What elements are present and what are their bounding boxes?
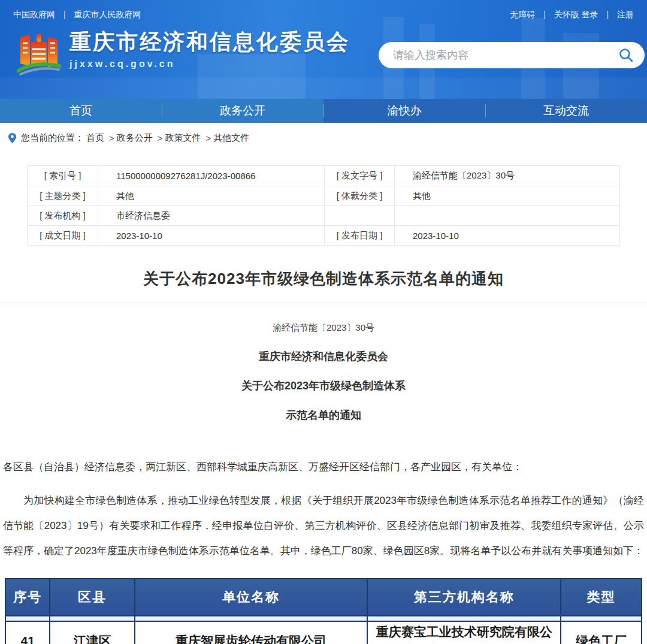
meta-label: [ 体裁分类 ]: [324, 186, 395, 205]
breadcrumb-label: 您当前的位置：: [21, 132, 84, 144]
column-header-type: 类型: [561, 579, 642, 616]
breadcrumb-item-policy-files[interactable]: 政策文件: [165, 132, 201, 144]
title-divider: [0, 303, 647, 303]
column-header-third-party: 第三方机构名称: [367, 579, 561, 616]
meta-value-written-date: 2023-10-10: [98, 225, 324, 245]
cell-type: 绿色工厂: [561, 621, 642, 644]
nav-item-home[interactable]: 首页: [0, 99, 162, 123]
link-care-mode-login[interactable]: 关怀版 登录: [554, 10, 598, 19]
doc-issuer-line: 重庆市经济和信息化委员会: [0, 349, 647, 364]
meta-value-doc-number: 渝经信节能〔2023〕30号: [395, 166, 619, 186]
page-title: 关于公布2023年市级绿色制造体系示范名单的通知: [0, 268, 647, 289]
topbar-separator: |: [543, 10, 546, 19]
topbar-left-links: 中国政府网 | 重庆市人民政府网: [13, 10, 141, 20]
meta-value-publish-date: 2023-10-10: [395, 225, 619, 245]
meta-value-issuing-agency: 市经济信息委: [98, 205, 324, 225]
search-input[interactable]: [393, 49, 618, 62]
cell-unit-name: 重庆智展齿轮传动有限公司: [135, 621, 368, 644]
breadcrumb-item-gov-affairs[interactable]: 政务公开: [117, 132, 153, 144]
meta-value-genre-category: 其他: [395, 186, 619, 205]
column-header-district: 区县: [50, 579, 134, 616]
table-gap-row: [5, 616, 642, 621]
nav-item-interaction[interactable]: 互动交流: [485, 99, 647, 123]
nav-item-gov-affairs[interactable]: 政务公开: [162, 99, 324, 123]
meta-label: [ 索引号 ]: [28, 166, 98, 186]
cell-serial: 41: [5, 621, 50, 644]
document-body: 各区县（自治县）经济信息委，两江新区、西部科学城重庆高新区、万盛经开区经信部门，…: [0, 459, 647, 564]
meta-value-subject-category: 其他: [98, 186, 324, 205]
cell-third-party: 重庆赛宝工业技术研究院有限公司: [367, 621, 561, 644]
doc-subtitle-line2: 示范名单的通知: [0, 408, 647, 422]
document-meta-table: [ 索引号 ] 11500000009276281J/2023-00866 [ …: [27, 165, 620, 246]
cell-district: 江津区: [50, 621, 134, 644]
link-china-gov[interactable]: 中国政府网: [13, 10, 55, 19]
location-pin-icon: [8, 133, 16, 143]
site-url: jjxxw.cq.gov.cn: [69, 59, 350, 69]
topbar-separator: |: [64, 10, 66, 19]
breadcrumb-separator: >: [158, 133, 163, 143]
meta-value-index-number: 11500000009276281J/2023-00866: [98, 166, 324, 186]
meta-label: [324, 205, 395, 225]
meta-label: [ 成文日期 ]: [28, 225, 98, 245]
link-chongqing-gov[interactable]: 重庆市人民政府网: [74, 10, 141, 19]
table-header-row: 序号 区县 单位名称 第三方机构名称 类型: [5, 579, 642, 616]
meta-label: [ 发文字号 ]: [324, 166, 395, 186]
doc-number-line: 渝经信节能〔2023〕30号: [0, 322, 647, 334]
search-icon[interactable]: [618, 47, 634, 63]
meta-label: [ 发布机构 ]: [28, 205, 98, 225]
column-header-serial: 序号: [5, 579, 50, 616]
table-row: 41 江津区 重庆智展齿轮传动有限公司 重庆赛宝工业技术研究院有限公司 绿色工厂: [5, 621, 642, 644]
breadcrumb-item-home[interactable]: 首页: [86, 132, 104, 144]
link-register[interactable]: 注册: [617, 10, 634, 19]
column-header-unit-name: 单位名称: [135, 579, 368, 616]
meta-label: [ 发布日期 ]: [324, 225, 395, 245]
topbar: 中国政府网 | 重庆市人民政府网 无障碍 | 关怀版 登录 | 注册: [0, 0, 647, 20]
nav-label: 渝快办: [388, 103, 422, 119]
nav-label: 首页: [69, 103, 92, 119]
brand-text: 重庆市经济和信息化委员会 jjxxw.cq.gov.cn: [69, 29, 350, 69]
nav-label: 政务公开: [220, 103, 265, 119]
body-paragraph: 为加快构建全市绿色制造体系，推动工业绿色转型发展，根据《关于组织开展2023年市…: [3, 488, 644, 564]
agency-logo-icon: [17, 29, 61, 77]
nav-item-yukuaiban[interactable]: 渝快办: [324, 99, 485, 123]
topbar-right-links: 无障碍 | 关怀版 登录 | 注册: [510, 10, 634, 20]
skyline-decoration: [0, 78, 647, 99]
link-accessibility[interactable]: 无障碍: [510, 10, 535, 19]
breadcrumb: 您当前的位置： 首页 > 政务公开 > 政策文件 > 其他文件: [0, 123, 647, 150]
main-nav: 首页 政务公开 渝快办 互动交流: [0, 99, 647, 123]
meta-label: [ 主题分类 ]: [28, 186, 98, 205]
salutation-line: 各区县（自治县）经济信息委，两江新区、西部科学城重庆高新区、万盛经开区经信部门，…: [3, 459, 644, 475]
doc-subtitle-line1: 关于公布2023年市级绿色制造体系: [0, 379, 647, 393]
site-name: 重庆市经济和信息化委员会: [69, 29, 350, 55]
topbar-separator: |: [606, 10, 609, 19]
breadcrumb-item-other-files[interactable]: 其他文件: [213, 132, 249, 144]
search-bar: [379, 42, 645, 68]
site-banner: 中国政府网 | 重庆市人民政府网 无障碍 | 关怀版 登录 | 注册: [0, 0, 647, 99]
breadcrumb-separator: >: [109, 133, 114, 143]
nav-label: 互动交流: [543, 103, 589, 119]
breadcrumb-separator: >: [206, 133, 211, 143]
demonstration-list-table: 序号 区县 单位名称 第三方机构名称 类型 41 江津区 重庆智展齿轮传动有限公…: [5, 578, 642, 644]
meta-value-empty: [395, 205, 619, 225]
